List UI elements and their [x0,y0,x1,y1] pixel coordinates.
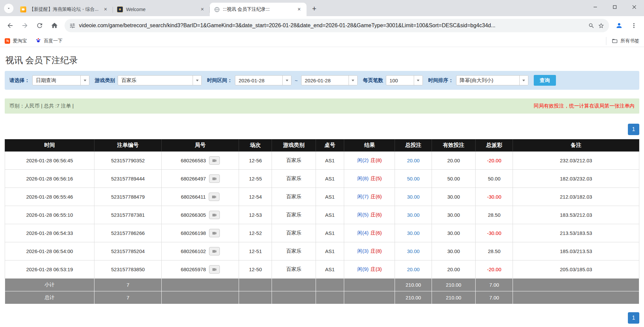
bookmark-label: 百度一下 [44,38,63,44]
tab-bet-records[interactable]: :::视讯 会员下注纪录::: ✕ [210,3,307,16]
round-video-icon[interactable] [209,193,219,201]
chevron-down-icon[interactable] [349,76,357,85]
page-1-button[interactable]: 1 [628,124,639,135]
cell-session: 12-52 [239,224,272,242]
total-bet-link[interactable]: 20.00 [407,267,420,272]
round-video-icon[interactable] [209,265,220,274]
header-session: 场次 [239,139,272,152]
chevron-down-icon[interactable] [414,76,422,85]
table-header-row: 时间 注单编号 局号 场次 游戏类别 桌号 结果 总投注 有效投注 总派彩 备注 [5,139,639,152]
chevron-down-icon[interactable] [80,76,89,85]
table-row: 2026-01-28 06:54:00 523157785204 6802661… [5,242,639,260]
cell-note: 213.53/183.53 [513,224,639,242]
refresh-icon[interactable] [33,19,46,32]
empty-cell [272,279,316,291]
page-title: 视讯 会员下注纪录 [5,54,639,66]
bookmark-star-icon[interactable] [598,23,604,29]
page-size-input[interactable]: 100 [386,75,423,85]
bookmark-taobao[interactable]: 淘 爱淘宝 [5,38,27,44]
bookmark-baidu[interactable]: 百度一下 [36,38,63,44]
site-info-icon[interactable] [69,23,76,29]
cell-time: 2026-01-28 06:55:10 [5,206,94,224]
round-video-icon[interactable] [209,174,220,183]
round-video-icon[interactable] [209,211,220,219]
url-bar[interactable]: videoie.com/game/betrecord_search/kind3?… [65,19,609,32]
chevron-down-icon[interactable] [282,76,291,85]
cell-payout: -30.00 [476,224,513,242]
new-tab-button[interactable]: + [309,3,320,14]
filter-label-date-range: 时间区间： [207,77,232,84]
chevron-down-icon[interactable] [519,76,528,85]
maximize-icon[interactable] [605,0,625,14]
empty-cell [162,279,239,291]
tab-welcome[interactable]: Welcome ✕ [113,3,210,16]
chevron-down-icon[interactable] [193,76,201,85]
cell-valid-bet: 30.00 [432,224,475,242]
notice-text: 同局有效投注，统一计算在该局第一张注单内 [534,103,635,109]
cell-time: 2026-01-28 06:56:16 [5,170,94,188]
total-bet-link[interactable]: 30.00 [407,212,420,218]
tab-favicon-globe-icon [214,6,220,12]
header-bet-id: 注单编号 [94,139,162,152]
total-label: 总计 [5,291,94,304]
folder-icon [612,38,618,44]
tab-close-icon[interactable]: ✕ [296,6,303,13]
cell-game: 百家乐 [272,260,316,279]
back-icon[interactable] [3,19,17,32]
cell-game: 百家乐 [272,152,316,170]
tab-close-icon[interactable]: ✕ [199,6,206,13]
total-bet-link[interactable]: 20.00 [407,158,420,163]
cell-valid-bet: 30.00 [432,206,475,224]
menu-dots-icon[interactable] [627,19,641,32]
round-video-icon[interactable] [209,247,220,255]
forward-icon[interactable] [18,19,32,32]
total-bet-link[interactable]: 30.00 [407,230,420,236]
cell-session: 12-50 [239,260,272,279]
sort-order-select[interactable]: 降幂(由大到小) [456,75,528,85]
browser-toolbar: videoie.com/game/betrecord_search/kind3?… [0,16,644,35]
url-text[interactable]: videoie.com/game/betrecord_search/kind3?… [79,23,585,29]
cell-session: 12-55 [239,170,272,188]
cell-bet-id: 523157785204 [94,242,162,260]
cell-session: 12-56 [239,152,272,170]
total-bet-link[interactable]: 50.00 [407,176,420,181]
close-icon[interactable] [625,0,644,14]
round-video-icon[interactable] [209,229,220,237]
empty-cell [239,291,272,304]
cell-round: 680266411 [162,188,239,206]
cell-time: 2026-01-28 06:56:45 [5,152,94,170]
all-bookmarks-label: 所有书签 [620,38,639,44]
tab-close-icon[interactable]: ✕ [102,6,109,13]
round-video-icon[interactable] [209,156,220,165]
empty-cell [513,291,639,304]
date-start-input[interactable]: 2026-01-28 [235,75,291,85]
summary-info-bar: 币别：人民币 | 总共 :7 注单 | 同局有效投注，统一计算在该局第一张注单内 [5,98,639,114]
profile-icon[interactable] [612,19,626,32]
header-payout: 总派彩 [476,139,513,152]
subtotal-count: 7 [94,279,162,291]
home-icon[interactable] [48,19,61,32]
date-end-input[interactable]: 2026-01-28 [301,75,358,85]
cell-session: 12-51 [239,242,272,260]
tab-forum[interactable]: 【新提醒】海燕策略论坛 - 综合... ✕ [16,3,113,16]
empty-cell [316,291,344,304]
page-1-button[interactable]: 1 [628,312,639,324]
total-bet-link[interactable]: 30.00 [407,248,420,254]
game-type-select[interactable]: 百家乐 [118,75,202,85]
cell-result: 闲(9)庄(3) [344,260,395,279]
subtotal-valid-bet: 210.00 [432,279,475,291]
table-row: 2026-01-28 06:53:19 523157783850 6802659… [5,260,639,279]
cell-total-bet: 30.00 [395,206,432,224]
total-bet-link[interactable]: 30.00 [407,194,420,200]
empty-cell [239,279,272,291]
date-type-select[interactable]: 日期查询 [32,75,89,85]
minimize-icon[interactable] [586,0,605,14]
zoom-icon[interactable] [588,23,595,29]
tab-list-chevron-icon[interactable] [4,4,13,13]
total-payout: 7.00 [476,291,513,304]
cell-result: 闲(2)庄(8) [344,152,395,170]
filter-label-sort: 时间排序： [428,77,453,84]
all-bookmarks[interactable]: 所有书签 [606,37,639,45]
empty-cell [316,279,344,291]
search-button[interactable]: 查询 [534,75,556,86]
